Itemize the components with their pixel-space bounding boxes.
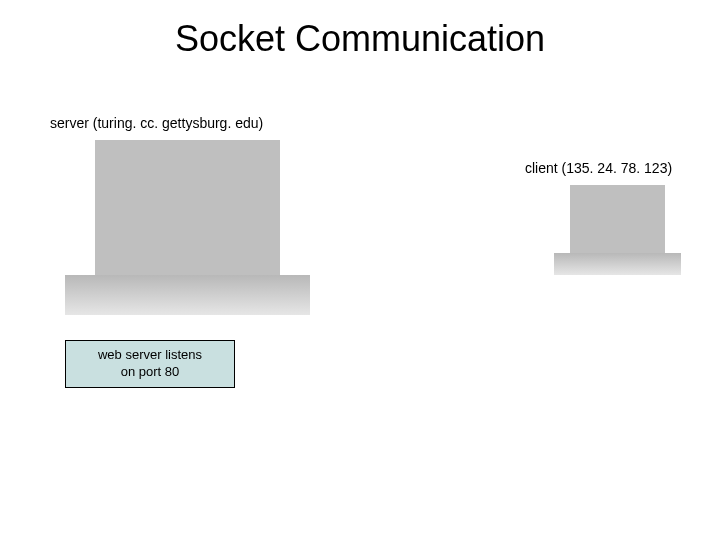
port-box-label: web server listens on port 80 bbox=[98, 347, 202, 381]
laptop-screen bbox=[95, 140, 280, 275]
page-title: Socket Communication bbox=[0, 18, 720, 60]
laptop-screen bbox=[570, 185, 665, 253]
server-laptop-graphic bbox=[95, 140, 340, 315]
server-label: server (turing. cc. gettysburg. edu) bbox=[50, 115, 263, 131]
client-label: client (135. 24. 78. 123) bbox=[525, 160, 672, 176]
laptop-keyboard bbox=[554, 253, 681, 275]
port-box: web server listens on port 80 bbox=[65, 340, 235, 388]
client-laptop-graphic bbox=[570, 185, 697, 275]
laptop-keyboard bbox=[65, 275, 310, 315]
